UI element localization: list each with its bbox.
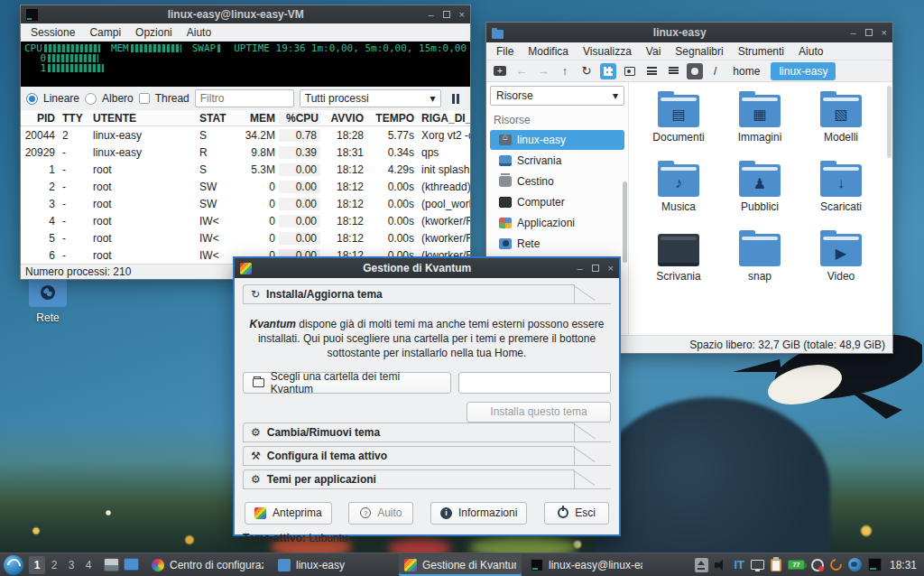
- up-button[interactable]: ↑: [557, 63, 573, 79]
- menu-item[interactable]: Modifica: [522, 44, 575, 59]
- qps-tray-icon[interactable]: [868, 558, 882, 571]
- task-button[interactable]: linux-easy: [273, 554, 395, 576]
- table-row[interactable]: 3- rootSW 00.00 18:120.00s (pool_worke: [21, 195, 470, 212]
- menu-item[interactable]: Campi: [83, 25, 127, 40]
- workspace-button[interactable]: 2: [46, 556, 62, 574]
- back-button[interactable]: ←: [513, 63, 530, 79]
- network-icon[interactable]: [848, 558, 862, 571]
- breadcrumb-root[interactable]: /: [708, 63, 722, 79]
- close-icon[interactable]: ×: [608, 264, 614, 274]
- table-row[interactable]: 2- rootSW 00.00 18:120.00s (kthreadd): [21, 178, 470, 195]
- table-row[interactable]: 1- rootS 5.3M0.00 18:124.29s init splash: [21, 161, 470, 178]
- section-change[interactable]: ⚙Cambia/Rimuovi tema: [243, 423, 611, 442]
- folder-item[interactable]: ♟ Pubblici: [719, 161, 800, 230]
- install-theme-button[interactable]: Installa questo tema: [467, 402, 611, 423]
- table-header-row[interactable]: PID TTY UTENTE STAT MEM %CPU ▾ AVVIO TEM…: [21, 110, 470, 126]
- sidebar-item[interactable]: linux-easy: [490, 130, 624, 150]
- about-button[interactable]: iInformazioni: [430, 502, 527, 525]
- folder-item[interactable]: snap: [719, 230, 800, 300]
- thumbnail-view-button[interactable]: [622, 63, 638, 79]
- menu-item[interactable]: Aiuto: [180, 25, 217, 40]
- desktop-launcher-icon[interactable]: [124, 558, 139, 571]
- keyboard-layout-indicator[interactable]: IT: [734, 558, 744, 571]
- task-button[interactable]: Centro di configurazio…: [146, 554, 269, 576]
- breadcrumb-current[interactable]: linux-easy: [771, 62, 836, 80]
- update-notifier-icon[interactable]: [811, 559, 824, 571]
- breadcrumb-home[interactable]: home: [727, 63, 765, 79]
- refresh-button[interactable]: ↻: [578, 63, 595, 79]
- workspace-button[interactable]: 4: [80, 556, 97, 574]
- maximize-icon[interactable]: [443, 10, 450, 20]
- sidebar-item[interactable]: Scrivania: [490, 151, 624, 171]
- new-tab-button[interactable]: [492, 63, 508, 79]
- folder-item[interactable]: ↓ Scaricati: [800, 161, 882, 230]
- table-row[interactable]: 20929- linux-easyR 9.8M0.39 18:310.34s q…: [21, 144, 470, 161]
- desktop-icon-rete[interactable]: Rete: [23, 278, 72, 324]
- start-menu-button[interactable]: [4, 555, 23, 575]
- sidebar-item[interactable]: Computer: [490, 192, 624, 212]
- menu-item[interactable]: File: [490, 44, 520, 59]
- table-row[interactable]: 5- rootIW< 00.00 18:120.00s (kworker/R-: [21, 229, 470, 246]
- clipboard-icon[interactable]: [771, 559, 781, 571]
- forward-button[interactable]: →: [535, 63, 551, 79]
- filter-input[interactable]: [195, 89, 294, 107]
- folder-item[interactable]: ▦ Immagini: [719, 91, 800, 161]
- maximize-icon[interactable]: [865, 28, 873, 38]
- sidebar-item[interactable]: Rete: [490, 234, 624, 254]
- tree-radio[interactable]: [85, 93, 97, 105]
- section-configure[interactable]: ⚒Configura il tema attivo: [243, 446, 611, 466]
- minimize-icon[interactable]: –: [850, 28, 855, 38]
- qps-titlebar[interactable]: linux-easy@linux-easy-VM – ×: [21, 5, 470, 23]
- compact-view-button[interactable]: [643, 63, 660, 79]
- menu-item[interactable]: Sessione: [24, 25, 81, 40]
- table-row[interactable]: 200442 linux-easyS 34.2M0.78 18:285.77s …: [21, 126, 470, 144]
- section-install[interactable]: ↻Installa/Aggiorna tema: [243, 284, 611, 304]
- preview-button[interactable]: Anteprima: [245, 502, 332, 525]
- fm-titlebar[interactable]: linux-easy – ×: [486, 23, 892, 42]
- pause-button[interactable]: [447, 89, 465, 107]
- linear-radio[interactable]: [26, 93, 38, 105]
- sidebar-item[interactable]: Cestino: [490, 172, 624, 191]
- search-button[interactable]: [687, 63, 703, 79]
- menu-item[interactable]: Aiuto: [792, 44, 829, 59]
- table-row[interactable]: 4- rootIW< 00.00 18:120.00s (kworker/R-: [21, 212, 470, 229]
- close-icon[interactable]: ×: [882, 28, 887, 38]
- folder-item[interactable]: ♪ Musica: [638, 161, 719, 230]
- process-scope-select[interactable]: Tutti processi▾: [300, 89, 441, 107]
- sidebar-mode-select[interactable]: Risorse▾: [490, 86, 624, 106]
- minimize-icon[interactable]: –: [428, 10, 433, 20]
- task-button[interactable]: linux-easy@linux-easy…: [525, 554, 648, 576]
- folder-item[interactable]: ▧ Modelli: [800, 91, 882, 161]
- sidebar-scrollbar[interactable]: [623, 181, 627, 263]
- maximize-icon[interactable]: [592, 264, 599, 274]
- menu-item[interactable]: Strumenti: [732, 44, 790, 59]
- help-button[interactable]: ?Auito: [348, 502, 413, 525]
- choose-folder-button[interactable]: Scegli una cartella dei temi Kvantum: [243, 372, 451, 394]
- task-button[interactable]: Gestione di Kvantum: [399, 554, 522, 576]
- file-manager-launcher-icon[interactable]: [104, 558, 119, 571]
- battery-icon[interactable]: 77: [788, 560, 805, 570]
- menu-item[interactable]: Opzioni: [129, 25, 179, 40]
- folder-item[interactable]: ▤ Documenti: [638, 91, 719, 161]
- section-app-themes[interactable]: ⚙Temi per applicazioni: [243, 469, 611, 489]
- eject-icon[interactable]: [695, 558, 708, 572]
- icon-view-button[interactable]: [600, 63, 616, 79]
- folder-item[interactable]: Scrivania: [638, 230, 719, 300]
- view-scrollbar[interactable]: [887, 86, 892, 158]
- display-icon[interactable]: [751, 560, 764, 570]
- folder-item[interactable]: ▶ Video: [800, 230, 882, 300]
- sidebar-item[interactable]: Applicazioni: [490, 213, 624, 233]
- menu-item[interactable]: Vai: [640, 44, 667, 59]
- refresh-icon[interactable]: [827, 556, 844, 572]
- close-icon[interactable]: ×: [459, 10, 465, 20]
- menu-item[interactable]: Visualizza: [577, 44, 638, 59]
- minimize-icon[interactable]: –: [577, 264, 582, 274]
- detailed-view-button[interactable]: [665, 63, 681, 79]
- menu-item[interactable]: Segnalibri: [669, 44, 729, 59]
- volume-icon[interactable]: [715, 560, 727, 571]
- thread-checkbox[interactable]: [139, 93, 150, 104]
- kv-titlebar[interactable]: Gestione di Kvantum – ×: [235, 258, 619, 278]
- workspace-button[interactable]: 1: [29, 556, 45, 574]
- theme-path-input[interactable]: [458, 372, 611, 394]
- workspace-button[interactable]: 3: [63, 556, 79, 574]
